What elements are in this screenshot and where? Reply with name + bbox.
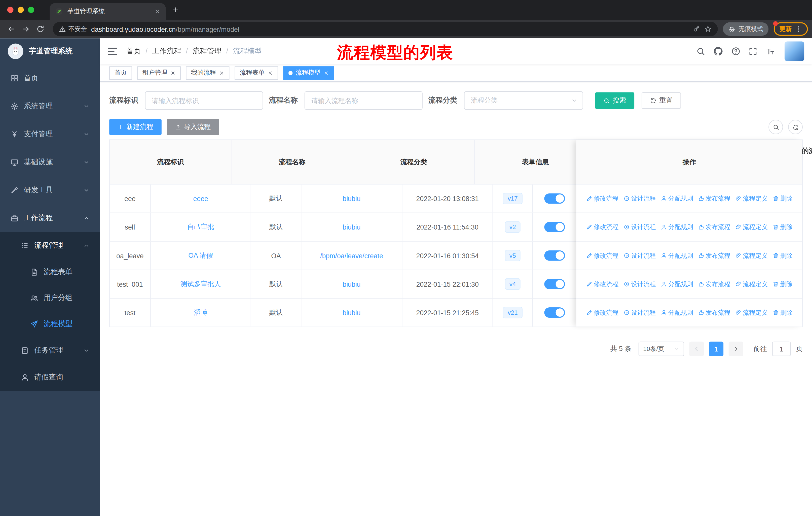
sidebar-item-infra[interactable]: 基础设施	[0, 148, 100, 176]
action-design[interactable]: 设计流程	[623, 251, 656, 260]
action-modify[interactable]: 修改流程	[586, 223, 619, 232]
action-design[interactable]: 设计流程	[623, 194, 656, 203]
close-window-button[interactable]	[7, 7, 13, 13]
browser-tab[interactable]: 芋道管理系统	[50, 3, 166, 20]
search-icon[interactable]	[696, 47, 705, 56]
password-key-icon[interactable]	[693, 25, 700, 33]
new-tab-button[interactable]	[172, 6, 179, 13]
help-icon[interactable]	[731, 47, 741, 56]
sidebar-item-home[interactable]: 首页	[0, 64, 100, 92]
refresh-table-button[interactable]	[788, 120, 803, 134]
breadcrumb-home[interactable]: 首页	[126, 47, 141, 56]
action-assign-rule[interactable]: 分配规则	[661, 251, 693, 260]
breadcrumb-workflow[interactable]: 工作流程	[141, 47, 181, 56]
close-icon[interactable]	[170, 70, 176, 76]
form-info-link[interactable]: /bpm/oa/leave/create	[320, 252, 383, 260]
minimize-window-button[interactable]	[18, 7, 24, 13]
category-select[interactable]: 流程分类	[464, 91, 583, 110]
action-design[interactable]: 设计流程	[623, 280, 656, 289]
action-delete[interactable]: 删除	[773, 308, 793, 317]
action-publish[interactable]: 发布流程	[698, 251, 730, 260]
process-name-link[interactable]: 自己审批	[187, 222, 214, 232]
goto-page-input[interactable]	[772, 342, 791, 356]
search-button[interactable]: 搜索	[595, 92, 634, 109]
action-delete[interactable]: 删除	[773, 280, 793, 289]
process-name-input[interactable]	[304, 91, 423, 110]
prev-page-button[interactable]	[689, 342, 704, 356]
process-name-link[interactable]: 测试多审批人	[180, 279, 221, 289]
process-key-input[interactable]	[145, 91, 263, 110]
url-bar[interactable]: 不安全 dashboard.yudao.iocoder.cn/bpm/manag…	[53, 22, 718, 36]
action-assign-rule[interactable]: 分配规则	[661, 194, 693, 203]
tag-my-process[interactable]: 我的流程	[186, 66, 230, 79]
active-toggle[interactable]	[544, 279, 565, 289]
action-assign-rule[interactable]: 分配规则	[661, 223, 693, 232]
action-delete[interactable]: 删除	[773, 251, 793, 260]
zoom-window-button[interactable]	[28, 7, 34, 13]
page-size-select[interactable]: 10条/页	[639, 342, 684, 356]
form-info-link[interactable]: biubiu	[343, 223, 360, 231]
tag-process-form[interactable]: 流程表单	[235, 66, 278, 79]
action-publish[interactable]: 发布流程	[698, 194, 730, 203]
github-icon[interactable]	[713, 46, 723, 56]
close-icon[interactable]	[219, 70, 224, 76]
active-toggle[interactable]	[544, 222, 565, 232]
sidebar-item-devtools[interactable]: 研发工具	[0, 176, 100, 204]
action-modify[interactable]: 修改流程	[586, 280, 619, 289]
process-name-link[interactable]: eeee	[193, 195, 208, 202]
sidebar-item-workflow[interactable]: 工作流程	[0, 204, 100, 232]
close-icon[interactable]	[324, 70, 329, 76]
active-toggle[interactable]	[544, 250, 565, 261]
sidebar-item-system[interactable]: 系统管理	[0, 92, 100, 120]
active-toggle[interactable]	[544, 307, 565, 318]
action-publish[interactable]: 发布流程	[698, 280, 730, 289]
action-assign-rule[interactable]: 分配规则	[661, 280, 693, 289]
collapse-sidebar-button[interactable]	[108, 48, 117, 55]
sidebar-item-leave-query[interactable]: 请假查询	[0, 364, 100, 391]
page-number-1[interactable]: 1	[709, 342, 724, 356]
action-definition[interactable]: 流程定义	[735, 308, 768, 317]
form-info-link[interactable]: biubiu	[343, 309, 360, 317]
sidebar-item-user-group[interactable]: 用户分组	[0, 285, 100, 311]
security-chip[interactable]: 不安全	[59, 25, 87, 33]
action-modify[interactable]: 修改流程	[586, 194, 619, 203]
tab-close-icon[interactable]	[154, 8, 161, 15]
reset-button[interactable]: 重置	[642, 92, 681, 109]
tag-process-model[interactable]: 流程模型	[283, 66, 334, 79]
font-size-icon[interactable]	[765, 47, 775, 56]
sidebar-item-payment[interactable]: 支付管理	[0, 120, 100, 148]
action-assign-rule[interactable]: 分配规则	[661, 308, 693, 317]
form-info-link[interactable]: biubiu	[343, 280, 360, 288]
action-delete[interactable]: 删除	[773, 194, 793, 203]
show-search-button[interactable]	[768, 120, 783, 134]
action-publish[interactable]: 发布流程	[698, 223, 730, 232]
action-design[interactable]: 设计流程	[623, 308, 656, 317]
form-info-link[interactable]: biubiu	[343, 195, 360, 202]
create-process-button[interactable]: 新建流程	[109, 119, 162, 135]
action-design[interactable]: 设计流程	[623, 223, 656, 232]
sidebar-item-process-model[interactable]: 流程模型	[0, 311, 100, 337]
close-icon[interactable]	[268, 70, 273, 76]
action-modify[interactable]: 修改流程	[586, 308, 619, 317]
sidebar-logo[interactable]: 芋道管理系统	[0, 38, 100, 64]
process-name-link[interactable]: OA 请假	[188, 251, 213, 260]
sidebar-item-task-mgmt[interactable]: 任务管理	[0, 337, 100, 364]
action-definition[interactable]: 流程定义	[735, 223, 768, 232]
action-delete[interactable]: 删除	[773, 223, 793, 232]
import-process-button[interactable]: 导入流程	[167, 119, 219, 135]
action-modify[interactable]: 修改流程	[586, 251, 619, 260]
user-avatar[interactable]	[785, 42, 804, 61]
forward-button[interactable]	[19, 22, 33, 36]
browser-update-button[interactable]: 更新	[774, 22, 808, 35]
reload-button[interactable]	[33, 22, 48, 36]
action-definition[interactable]: 流程定义	[735, 280, 768, 289]
back-button[interactable]	[4, 22, 19, 36]
action-publish[interactable]: 发布流程	[698, 308, 730, 317]
process-name-link[interactable]: 滔博	[194, 308, 207, 317]
browser-menu-icon[interactable]	[795, 25, 802, 33]
active-toggle[interactable]	[544, 193, 565, 203]
bookmark-star-icon[interactable]	[704, 25, 712, 33]
next-page-button[interactable]	[729, 342, 743, 356]
action-definition[interactable]: 流程定义	[735, 194, 768, 203]
breadcrumb-process-mgmt[interactable]: 流程管理	[181, 47, 222, 56]
